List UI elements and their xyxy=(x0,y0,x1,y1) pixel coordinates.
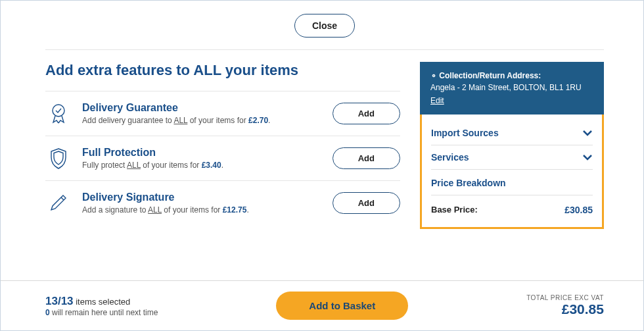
feature-title: Delivery Guarantee xyxy=(82,102,322,114)
svg-point-0 xyxy=(53,105,64,116)
add-to-basket-button[interactable]: Add to Basket xyxy=(276,292,408,320)
price-breakdown-panel: Import Sources Services Price Breakdown xyxy=(420,115,604,229)
remain-text: will remain here until next time xyxy=(50,308,158,317)
price-breakdown-title: Price Breakdown xyxy=(431,170,593,195)
pin-icon: ⚬ xyxy=(430,71,437,80)
footer-bar: 13/13 items selected 0 will remain here … xyxy=(1,280,643,330)
feature-desc: Add delivery guarantee to ALL of your it… xyxy=(82,116,322,125)
chevron-down-icon xyxy=(582,130,593,136)
feature-desc: Add a signature to ALL of your items for… xyxy=(82,205,322,215)
guarantee-badge-icon xyxy=(45,103,72,125)
page-title: Add extra features to ALL your items xyxy=(45,62,400,79)
remain-count: 0 xyxy=(45,308,50,317)
feature-title: Full Protection xyxy=(82,147,322,159)
address-box: ⚬ Collection/Return Address: Angela - 2 … xyxy=(420,62,604,115)
items-selected-label: items selected xyxy=(74,297,131,307)
feature-delivery-signature: Delivery Signature Add a signature to AL… xyxy=(45,180,400,225)
address-line: Angela - 2 Main Street, BOLTON, BL1 1RU xyxy=(430,83,593,92)
total-value: £30.85 xyxy=(526,301,604,317)
add-signature-button[interactable]: Add xyxy=(333,192,400,214)
chevron-down-icon xyxy=(582,154,593,161)
pen-icon xyxy=(45,193,72,214)
edit-address-link[interactable]: Edit xyxy=(430,96,444,105)
feature-full-protection: Full Protection Fully protect ALL of you… xyxy=(45,136,400,180)
address-title: Collection/Return Address: xyxy=(439,71,541,80)
accordion-services[interactable]: Services xyxy=(431,145,593,170)
feature-delivery-guarantee: Delivery Guarantee Add delivery guarante… xyxy=(45,91,400,136)
close-button[interactable]: Close xyxy=(294,14,355,38)
items-count: 13/13 xyxy=(45,295,74,307)
total-label: TOTAL PRICE EXC VAT xyxy=(526,294,604,301)
shield-icon xyxy=(45,147,72,170)
base-price-value: £30.85 xyxy=(564,205,593,215)
base-price-row: Base Price: £30.85 xyxy=(431,195,593,218)
accordion-import-sources[interactable]: Import Sources xyxy=(431,121,593,145)
feature-title: Delivery Signature xyxy=(82,191,322,203)
base-price-label: Base Price: xyxy=(431,205,478,215)
add-guarantee-button[interactable]: Add xyxy=(333,103,400,124)
add-protection-button[interactable]: Add xyxy=(333,147,400,169)
feature-desc: Fully protect ALL of your items for £3.4… xyxy=(82,161,322,170)
